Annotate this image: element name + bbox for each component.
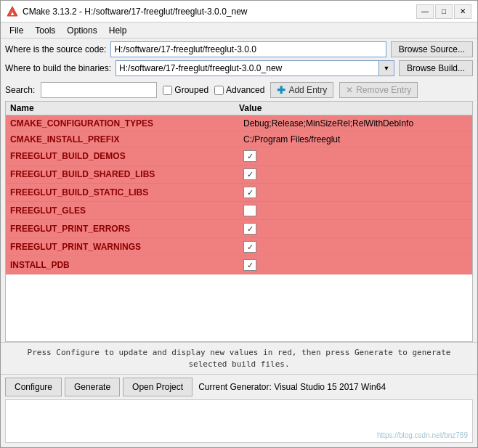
menu-tools[interactable]: Tools (29, 24, 61, 37)
table-checkbox[interactable] (243, 150, 256, 162)
table-cell-name: FREEGLUT_BUILD_SHARED_LIBS (6, 168, 239, 181)
plus-icon: ✚ (277, 84, 285, 96)
search-label: Search: (5, 85, 35, 95)
table-row[interactable]: FREEGLUT_PRINT_WARNINGS (6, 238, 472, 256)
table-body[interactable]: CMAKE_CONFIGURATION_TYPESDebug;Release;M… (5, 115, 473, 342)
grouped-checkbox-label[interactable]: Grouped (163, 85, 208, 95)
close-button[interactable]: ✕ (454, 4, 471, 19)
table-cell-name: FREEGLUT_GLES (6, 204, 239, 217)
svg-text:▲: ▲ (9, 10, 15, 17)
table-cell-name: FREEGLUT_BUILD_STATIC_LIBS (6, 186, 239, 199)
open-project-button[interactable]: Open Project (123, 378, 193, 396)
table-checkbox[interactable] (243, 205, 256, 216)
source-input[interactable] (110, 41, 386, 57)
table-cell-value (239, 184, 472, 201)
app-logo-icon: ▲ (7, 6, 18, 17)
window-controls: — □ ✕ (416, 4, 471, 19)
table-cell-name: CMAKE_CONFIGURATION_TYPES (6, 117, 239, 130)
table-cell-value (239, 147, 472, 165)
table-cell-name: FREEGLUT_PRINT_WARNINGS (6, 240, 239, 253)
table-checkbox[interactable] (243, 168, 256, 180)
table-cell-value (239, 220, 472, 237)
table-cell-value (239, 256, 472, 274)
status-text: Press Configure to update and display ne… (28, 348, 451, 368)
menu-options[interactable]: Options (61, 24, 102, 37)
grouped-checkbox[interactable] (163, 86, 172, 95)
table-cell-name: FREEGLUT_PRINT_ERRORS (6, 222, 239, 235)
remove-icon: ✕ (346, 85, 353, 95)
table-container: Name Value CMAKE_CONFIGURATION_TYPESDebu… (5, 101, 473, 342)
watermark: https://blog.csdn.net/bnz789 (377, 431, 468, 439)
title-bar-left: ▲ CMake 3.13.2 - H:/software/17-freeglut… (7, 6, 248, 17)
build-combo-arrow[interactable]: ▼ (378, 60, 394, 76)
build-row: Where to build the binaries: ▼ Browse Bu… (5, 60, 473, 76)
window-title: CMake 3.13.2 - H:/software/17-freeglut/f… (23, 7, 248, 17)
status-bar: Press Configure to update and display ne… (1, 342, 477, 374)
column-value-header: Value (239, 103, 468, 113)
grouped-label: Grouped (174, 85, 208, 95)
menu-help[interactable]: Help (103, 24, 133, 37)
add-entry-button[interactable]: ✚ Add Entry (270, 82, 333, 98)
browse-build-button[interactable]: Browse Build... (399, 60, 473, 76)
toolbar: Where is the source code: Browse Source.… (1, 38, 477, 79)
table-row[interactable]: CMAKE_CONFIGURATION_TYPESDebug;Release;M… (6, 115, 472, 131)
menu-bar: File Tools Options Help (1, 23, 477, 38)
table-row[interactable]: FREEGLUT_BUILD_SHARED_LIBS (6, 166, 472, 184)
main-window: ▲ CMake 3.13.2 - H:/software/17-freeglut… (0, 0, 478, 448)
table-cell-name: INSTALL_PDB (6, 258, 239, 272)
table-cell-name: FREEGLUT_BUILD_DEMOS (6, 150, 239, 163)
table-row[interactable]: FREEGLUT_BUILD_STATIC_LIBS (6, 184, 472, 202)
build-input[interactable] (116, 60, 394, 76)
table-cell-value: C:/Program Files/freeglut (239, 133, 472, 146)
table-header: Name Value (5, 101, 473, 115)
generate-button[interactable]: Generate (65, 378, 120, 396)
source-label: Where is the source code: (5, 44, 106, 54)
table-cell-value (239, 202, 472, 219)
generator-label: Current Generator: Visual Studio 15 2017… (198, 382, 386, 392)
table-row[interactable]: FREEGLUT_PRINT_ERRORS (6, 220, 472, 238)
advanced-label: Advanced (226, 85, 264, 95)
table-cell-value (239, 238, 472, 256)
table-checkbox[interactable] (243, 223, 256, 235)
build-label: Where to build the binaries: (5, 63, 111, 73)
maximize-button[interactable]: □ (435, 4, 453, 19)
add-entry-label: Add Entry (288, 85, 327, 95)
main-content: Name Value CMAKE_CONFIGURATION_TYPESDebu… (1, 101, 477, 342)
title-bar: ▲ CMake 3.13.2 - H:/software/17-freeglut… (1, 1, 477, 23)
table-cell-value (239, 166, 472, 183)
table-checkbox[interactable] (243, 241, 256, 253)
table-checkbox[interactable] (243, 187, 256, 198)
source-row: Where is the source code: Browse Source.… (5, 41, 473, 57)
table-row[interactable]: CMAKE_INSTALL_PREFIXC:/Program Files/fre… (6, 131, 472, 147)
minimize-button[interactable]: — (416, 4, 434, 19)
column-name-header: Name (10, 103, 239, 113)
table-row[interactable]: FREEGLUT_GLES (6, 202, 472, 220)
log-area: https://blog.csdn.net/bnz789 (5, 399, 473, 443)
menu-file[interactable]: File (4, 24, 29, 37)
table-row[interactable]: FREEGLUT_BUILD_DEMOS (6, 147, 472, 166)
remove-entry-label: Remove Entry (356, 85, 411, 95)
remove-entry-button[interactable]: ✕ Remove Entry (339, 82, 418, 98)
advanced-checkbox[interactable] (214, 86, 224, 95)
bottom-toolbar: Configure Generate Open Project Current … (1, 374, 477, 399)
search-row: Search: Grouped Advanced ✚ Add Entry ✕ R… (1, 79, 477, 101)
browse-source-button[interactable]: Browse Source... (391, 41, 473, 57)
table-cell-name: CMAKE_INSTALL_PREFIX (6, 133, 239, 146)
configure-button[interactable]: Configure (5, 378, 62, 396)
table-checkbox[interactable] (243, 259, 256, 271)
advanced-checkbox-label[interactable]: Advanced (214, 85, 264, 95)
table-row[interactable]: INSTALL_PDB (6, 256, 472, 274)
build-combo-wrapper: ▼ (116, 60, 394, 76)
search-input[interactable] (41, 82, 157, 98)
table-cell-value: Debug;Release;MinSizeRel;RelWithDebInfo (239, 117, 472, 130)
